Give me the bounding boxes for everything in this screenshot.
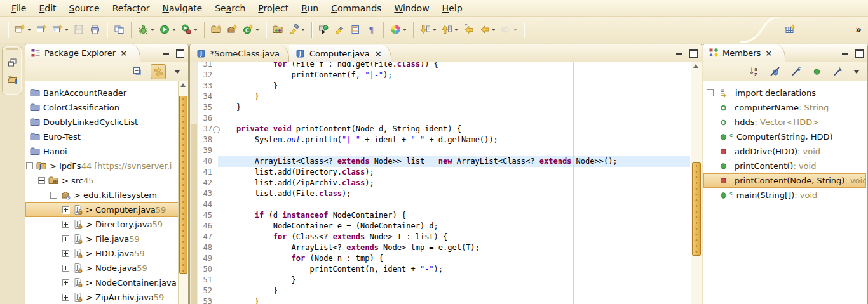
menu-run[interactable]: Run xyxy=(295,2,325,15)
editor-scrollbar[interactable] xyxy=(691,62,702,304)
expand-icon[interactable] xyxy=(707,89,714,96)
code-editor[interactable]: for (File f : hdd.get(File.class)) { pri… xyxy=(218,62,690,304)
tree-item-hdd-java[interactable]: J> HDD.java 59 xyxy=(25,246,179,261)
member-item-hdds[interactable]: hdds : Vector<HDD> xyxy=(703,115,866,129)
last-edit-location-button[interactable]: * xyxy=(461,21,477,39)
filter-fields-button[interactable] xyxy=(767,64,782,79)
new-java-project-button[interactable] xyxy=(208,21,224,39)
new-package-button[interactable] xyxy=(224,21,240,39)
tree-item-nodecontainer-java[interactable]: J> NodeContainer.java xyxy=(25,275,179,290)
collapse-icon[interactable] xyxy=(38,177,45,184)
minimize-icon[interactable] xyxy=(676,53,682,55)
menu-help[interactable]: Help xyxy=(436,2,469,15)
new-table-button[interactable] xyxy=(782,21,798,39)
scroll-thumb[interactable] xyxy=(179,96,187,274)
member-item-computername[interactable]: computerName : String xyxy=(703,100,866,115)
package-explorer-scrollbar[interactable] xyxy=(178,81,188,304)
collapse-all-button[interactable] xyxy=(130,64,145,79)
fast-view-handle[interactable] xyxy=(6,48,18,53)
member-item-printcontent[interactable]: printContent() : void xyxy=(703,159,866,173)
show-public-button[interactable] xyxy=(809,64,824,79)
tree-item-bankaccountreader[interactable]: BankAccountReader xyxy=(25,86,179,100)
menu-commands[interactable]: Commands xyxy=(325,2,388,15)
color-wheel-dropdown-icon[interactable] xyxy=(403,29,407,31)
member-item-printcontent-node-string[interactable]: printContent(Node, String) : void xyxy=(703,173,866,188)
tree-item-src[interactable]: > src 45 xyxy=(25,173,179,188)
line-number-ruler[interactable]: 3132333435363738394041424344454647484950… xyxy=(198,62,218,304)
new-class-dropdown-icon[interactable] xyxy=(255,29,259,31)
tree-item-ziparchiv-java[interactable]: J> ZipArchiv.java 59 xyxy=(25,290,179,304)
annotation-ruler[interactable] xyxy=(190,62,198,304)
tree-item-directory-java[interactable]: J> Directory.java 59 xyxy=(25,217,179,232)
search-button[interactable] xyxy=(286,21,308,39)
new-wizard-dropdown-icon[interactable] xyxy=(27,29,31,31)
next-annotation-dropdown-icon[interactable] xyxy=(433,29,437,31)
member-item-adddrive-hdd[interactable]: addDrive(HDD) : void xyxy=(703,144,866,159)
scroll-thumb[interactable] xyxy=(692,162,701,256)
expand-icon[interactable] xyxy=(62,294,69,301)
show-whitespace-button[interactable]: ¶ xyxy=(363,21,379,39)
filter-static-button[interactable]: S xyxy=(788,64,803,79)
editor-tab-someclass[interactable]: J *SomeClass.java xyxy=(190,45,289,62)
scroll-up-icon[interactable] xyxy=(693,64,698,68)
link-with-editor-button[interactable] xyxy=(151,64,166,79)
expand-icon[interactable] xyxy=(62,265,69,272)
tree-item-file-java[interactable]: J> File.java 59 xyxy=(25,232,179,246)
menu-file[interactable]: File xyxy=(5,2,32,15)
menu-source[interactable]: Source xyxy=(63,2,106,15)
member-item-import-declarations[interactable]: import declarations xyxy=(703,86,866,100)
tree-item-edu-kit-filesystem[interactable]: > edu.kit.filesystem xyxy=(25,188,179,202)
restore-view-button[interactable] xyxy=(5,55,19,69)
search-dropdown-icon[interactable] xyxy=(301,29,305,31)
editor-tab-computer[interactable]: J Computer.java × xyxy=(289,45,391,62)
menu-search[interactable]: Search xyxy=(208,2,252,15)
new-project-button[interactable] xyxy=(34,21,50,39)
run-button[interactable] xyxy=(157,21,179,39)
run-dropdown-icon[interactable] xyxy=(172,29,176,31)
expand-icon[interactable] xyxy=(62,279,69,286)
collapse-icon[interactable] xyxy=(26,162,33,169)
minimize-icon[interactable] xyxy=(842,53,848,55)
external-tools-button[interactable] xyxy=(179,21,200,39)
open-type-button[interactable] xyxy=(270,21,286,39)
new-view-button[interactable] xyxy=(50,21,71,39)
view-menu-icon[interactable] xyxy=(174,70,180,74)
menu-navigate[interactable]: Navigate xyxy=(156,2,208,15)
back-dropdown-icon[interactable] xyxy=(492,29,496,31)
debug-dropdown-icon[interactable] xyxy=(151,29,154,31)
run-applet-button[interactable]: C xyxy=(316,21,332,39)
external-tools-dropdown-icon[interactable] xyxy=(194,29,198,31)
view-menu-icon[interactable] xyxy=(853,70,860,74)
close-icon[interactable]: × xyxy=(765,48,772,58)
copy-windows-button[interactable] xyxy=(111,21,127,39)
menu-project[interactable]: Project xyxy=(252,2,295,15)
previous-annotation-dropdown-icon[interactable] xyxy=(454,29,458,31)
members-tab[interactable]: Members × xyxy=(703,44,785,62)
toolbar-overflow-chevron[interactable]: » xyxy=(798,24,868,36)
show-selected-element-button[interactable] xyxy=(348,21,363,39)
tree-item-computer-java[interactable]: J> Computer.java 59 xyxy=(25,202,179,217)
forward-dropdown-icon[interactable] xyxy=(513,29,517,31)
back-button[interactable] xyxy=(477,21,498,39)
minimize-icon[interactable] xyxy=(163,53,169,55)
menu-edit[interactable]: Edit xyxy=(32,2,62,15)
tree-item-euro-test[interactable]: Euro-Test xyxy=(25,129,179,144)
menu-window[interactable]: Window xyxy=(388,2,435,15)
new-class-button[interactable]: C xyxy=(240,21,262,39)
expand-icon[interactable] xyxy=(62,250,69,257)
close-icon[interactable]: × xyxy=(120,48,127,58)
tree-item-ipdfs[interactable]: J> IpdFs 44 [https://svnserver.i xyxy=(25,159,179,173)
tree-item-node-java[interactable]: J> Node.java 59 xyxy=(25,261,179,275)
filter-local-types-button[interactable]: L xyxy=(830,64,845,79)
new-wizard-button[interactable] xyxy=(12,21,34,39)
expand-icon[interactable] xyxy=(62,235,69,242)
package-explorer-tab[interactable]: Package Explorer × xyxy=(25,44,140,62)
forward-button[interactable] xyxy=(498,21,520,39)
expand-icon[interactable] xyxy=(62,206,69,213)
color-wheel-button[interactable] xyxy=(388,21,409,39)
tree-item-hanoi[interactable]: Hanoi xyxy=(25,144,179,159)
print-button[interactable] xyxy=(87,21,103,39)
close-icon[interactable]: × xyxy=(375,49,382,58)
tree-item-doublylinkedcycliclist[interactable]: DoublyLinkedCyclicList xyxy=(25,115,179,129)
sort-button[interactable]: az xyxy=(746,64,761,79)
